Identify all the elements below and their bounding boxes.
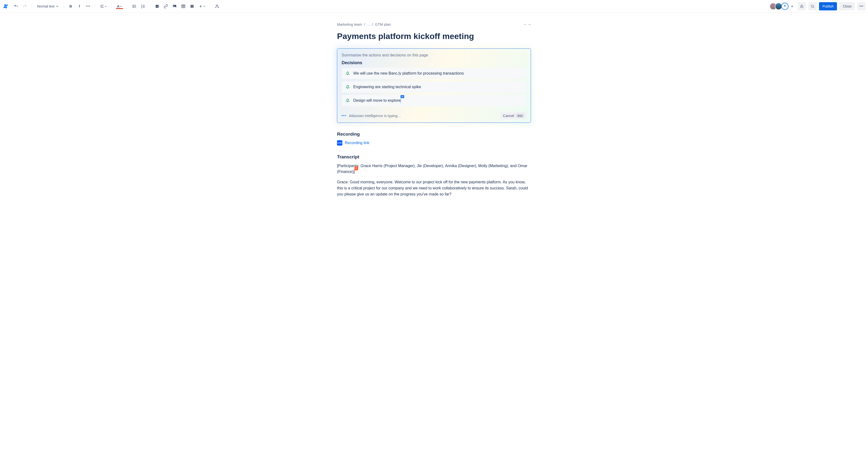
text-style-dropdown[interactable]: Normal text bbox=[35, 2, 61, 10]
svg-rect-18 bbox=[182, 5, 185, 8]
separator bbox=[210, 3, 210, 9]
breadcrumb-item[interactable]: Marketing team bbox=[337, 22, 362, 26]
collaborators bbox=[770, 3, 795, 10]
link-button[interactable] bbox=[162, 2, 170, 10]
separator bbox=[150, 3, 150, 9]
chevron-down-icon bbox=[204, 5, 205, 7]
separator bbox=[95, 3, 95, 9]
separator bbox=[64, 3, 64, 9]
separator bbox=[127, 3, 128, 9]
decision-text: Design will move to exploreAI bbox=[353, 98, 401, 103]
svg-point-32 bbox=[347, 88, 348, 89]
numbered-list-button[interactable]: 123 bbox=[140, 2, 147, 10]
svg-point-5 bbox=[133, 7, 133, 7]
publish-button[interactable]: Publish bbox=[819, 2, 837, 10]
insert-button[interactable] bbox=[197, 2, 207, 10]
decision-item: We will use the new Banc.ly platform for… bbox=[342, 68, 526, 79]
ai-sparkle-button[interactable] bbox=[213, 2, 221, 10]
more-actions-button[interactable]: ••• bbox=[857, 2, 866, 10]
editor-toolbar: Normal text B I ••• A 123 bbox=[0, 0, 868, 12]
color-swatch bbox=[116, 8, 123, 9]
redo-button[interactable] bbox=[21, 2, 29, 10]
svg-point-33 bbox=[347, 101, 348, 102]
undo-button[interactable] bbox=[12, 2, 20, 10]
more-formatting-button[interactable]: ••• bbox=[84, 2, 92, 10]
svg-text:3: 3 bbox=[141, 7, 142, 8]
page-content: Marketing team / ... / GTM plan ← → Paym… bbox=[335, 12, 533, 216]
svg-rect-28 bbox=[801, 6, 803, 7]
table-button[interactable] bbox=[179, 2, 187, 10]
chevron-down-icon bbox=[56, 5, 58, 7]
layouts-button[interactable] bbox=[188, 2, 196, 10]
image-button[interactable] bbox=[171, 2, 179, 10]
decision-text: Engineering are starting technical spike bbox=[353, 85, 421, 89]
action-item-button[interactable] bbox=[153, 2, 161, 10]
ai-typing-label: Atlassian Intelligence is typing… bbox=[349, 113, 401, 118]
text-style-label: Normal text bbox=[37, 4, 55, 8]
breadcrumb: Marketing team / ... / GTM plan bbox=[337, 22, 391, 26]
decision-icon bbox=[345, 98, 350, 103]
recording-link[interactable]: zoom Recording link bbox=[337, 140, 369, 145]
bold-button[interactable]: B bbox=[67, 2, 75, 10]
recording-heading: Recording bbox=[337, 132, 531, 137]
breadcrumb-item[interactable]: ... bbox=[367, 22, 370, 26]
svg-rect-23 bbox=[192, 5, 193, 8]
transcript-participants[interactable]: [Participants: Grace Harris (Project Man… bbox=[337, 163, 531, 175]
svg-point-4 bbox=[133, 6, 133, 6]
user-cursor: O bbox=[354, 170, 355, 174]
svg-rect-22 bbox=[191, 5, 192, 8]
svg-point-31 bbox=[347, 74, 348, 75]
ai-panel: Summarise the actions and decisions on t… bbox=[337, 48, 531, 123]
ai-section-heading: Decisions bbox=[337, 60, 531, 68]
ai-prompt-text: Summarise the actions and decisions on t… bbox=[337, 53, 531, 60]
bullet-list-button[interactable] bbox=[131, 2, 138, 10]
decision-icon bbox=[345, 85, 350, 89]
breadcrumb-item[interactable]: GTM plan bbox=[375, 22, 391, 26]
ai-footer: Atlassian Intelligence is typing… Cancel… bbox=[337, 109, 531, 123]
page-width-toggle[interactable]: ← → bbox=[524, 22, 531, 26]
decision-item: Design will move to exploreAI bbox=[342, 95, 526, 106]
add-collaborator-button[interactable] bbox=[789, 3, 795, 9]
italic-button[interactable]: I bbox=[76, 2, 84, 10]
ai-avatar[interactable] bbox=[781, 3, 788, 10]
text-color-button[interactable]: A bbox=[115, 2, 125, 10]
chevron-down-icon bbox=[120, 5, 122, 7]
restrictions-button[interactable] bbox=[798, 2, 806, 10]
esc-key-hint: esc bbox=[516, 113, 524, 118]
decision-icon bbox=[345, 71, 350, 75]
user-cursor-flag: O bbox=[354, 166, 358, 170]
svg-line-30 bbox=[813, 7, 814, 7]
svg-point-29 bbox=[811, 5, 813, 7]
confluence-logo[interactable] bbox=[2, 3, 9, 9]
transcript-heading: Transcript bbox=[337, 154, 531, 160]
transcript-paragraph[interactable]: Grace: Good morning, everyone. Welcome t… bbox=[337, 179, 531, 197]
decision-text: We will use the new Banc.ly platform for… bbox=[353, 71, 464, 75]
typing-indicator-icon bbox=[342, 115, 346, 116]
ai-cancel-button[interactable]: Cancel esc bbox=[500, 112, 526, 119]
decision-item: Engineering are starting technical spike bbox=[342, 81, 526, 93]
svg-point-17 bbox=[174, 6, 174, 6]
alignment-button[interactable] bbox=[98, 2, 108, 10]
ai-cursor-flag: AI bbox=[401, 95, 404, 98]
zoom-icon: zoom bbox=[337, 140, 342, 145]
find-replace-button[interactable] bbox=[808, 2, 816, 10]
recording-link-text: Recording link bbox=[345, 141, 369, 145]
chevron-down-icon bbox=[105, 5, 107, 7]
page-title[interactable]: Payments platform kickoff meeting bbox=[337, 31, 531, 41]
separator bbox=[111, 3, 112, 9]
svg-point-3 bbox=[133, 5, 133, 5]
close-button[interactable]: Close bbox=[839, 2, 855, 10]
